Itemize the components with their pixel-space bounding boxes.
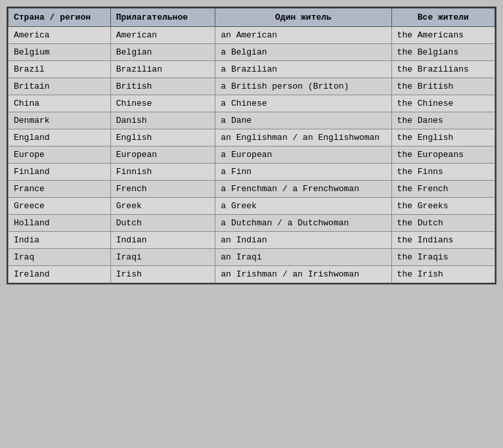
cell-row1-col1: Belgian (110, 44, 215, 61)
cell-row6-col3: the English (391, 129, 494, 146)
table-row: BrazilBraziliana Brazilianthe Brazilians (9, 61, 495, 78)
cell-row12-col2: an Indian (215, 232, 391, 249)
cell-row13-col1: Iraqi (110, 249, 215, 266)
cell-row8-col3: the Finns (391, 164, 494, 181)
table-row: IraqIraqian Iraqithe Iraqis (9, 249, 495, 266)
cell-row13-col3: the Iraqis (391, 249, 494, 266)
cell-row11-col1: Dutch (110, 215, 215, 232)
table-row: IndiaIndianan Indianthe Indians (9, 232, 495, 249)
cell-row5-col1: Danish (110, 112, 215, 129)
table-row: EuropeEuropeana Europeanthe Europeans (9, 146, 495, 164)
cell-row3-col0: Britain (9, 78, 111, 95)
table-row: EnglandEnglishan Englishman / an English… (9, 129, 495, 146)
cell-row14-col2: an Irishman / an Irishwoman (215, 266, 391, 283)
table-row: IrelandIrishan Irishman / an Irishwomant… (9, 266, 495, 283)
cell-row10-col2: a Greek (215, 198, 391, 215)
cell-row12-col0: India (9, 232, 111, 249)
table-row: HollandDutcha Dutchman / a Dutchwomanthe… (9, 215, 495, 232)
table-row: BritainBritisha British person (Briton)t… (9, 78, 495, 95)
cell-row11-col0: Holland (9, 215, 111, 232)
cell-row2-col2: a Brazilian (215, 61, 391, 78)
cell-row14-col0: Ireland (9, 266, 111, 283)
cell-row8-col1: Finnish (110, 164, 215, 181)
cell-row0-col2: an American (215, 27, 391, 44)
cell-row5-col0: Denmark (9, 112, 111, 129)
cell-row10-col0: Greece (9, 198, 111, 215)
cell-row5-col3: the Danes (391, 112, 494, 129)
cell-row9-col2: a Frenchman / a Frenchwoman (215, 181, 391, 198)
cell-row13-col2: an Iraqi (215, 249, 391, 266)
cell-row4-col3: the Chinese (391, 95, 494, 112)
cell-row12-col1: Indian (110, 232, 215, 249)
header-all-residents: Все жители (391, 9, 494, 27)
cell-row6-col2: an Englishman / an Englishwoman (215, 129, 391, 146)
cell-row3-col1: British (110, 78, 215, 95)
cell-row9-col1: French (110, 181, 215, 198)
table-row: FranceFrencha Frenchman / a Frenchwomant… (9, 181, 495, 198)
cell-row4-col1: Chinese (110, 95, 215, 112)
table-row: BelgiumBelgiana Belgianthe Belgians (9, 44, 495, 61)
cell-row6-col1: English (110, 129, 215, 146)
cell-row11-col3: the Dutch (391, 215, 494, 232)
cell-row1-col0: Belgium (9, 44, 111, 61)
table-row: ChinaChinesea Chinesethe Chinese (9, 95, 495, 112)
cell-row7-col1: European (110, 146, 215, 164)
cell-row1-col3: the Belgians (391, 44, 494, 61)
cell-row14-col3: the Irish (391, 266, 494, 283)
cell-row4-col2: a Chinese (215, 95, 391, 112)
cell-row14-col1: Irish (110, 266, 215, 283)
cell-row2-col0: Brazil (9, 61, 111, 78)
cell-row12-col3: the Indians (391, 232, 494, 249)
table-row: FinlandFinnisha Finnthe Finns (9, 164, 495, 181)
cell-row10-col1: Greek (110, 198, 215, 215)
cell-row0-col3: the Americans (391, 27, 494, 44)
table-row: GreeceGreeka Greekthe Greeks (9, 198, 495, 215)
cell-row3-col2: a British person (Briton) (215, 78, 391, 95)
nationalities-table: Страна / регион Прилагательное Один жите… (8, 8, 495, 283)
table-row: AmericaAmericanan Americanthe Americans (9, 27, 495, 44)
header-one-resident: Один житель (215, 9, 391, 27)
main-table-container: Страна / регион Прилагательное Один жите… (7, 7, 496, 284)
cell-row1-col2: a Belgian (215, 44, 391, 61)
table-row: DenmarkDanisha Danethe Danes (9, 112, 495, 129)
cell-row3-col3: the British (391, 78, 494, 95)
cell-row5-col2: a Dane (215, 112, 391, 129)
cell-row4-col0: China (9, 95, 111, 112)
cell-row2-col3: the Brazilians (391, 61, 494, 78)
cell-row6-col0: England (9, 129, 111, 146)
cell-row0-col1: American (110, 27, 215, 44)
cell-row0-col0: America (9, 27, 111, 44)
cell-row8-col2: a Finn (215, 164, 391, 181)
header-adjective: Прилагательное (110, 9, 215, 27)
cell-row7-col2: a European (215, 146, 391, 164)
cell-row7-col3: the Europeans (391, 146, 494, 164)
cell-row2-col1: Brazilian (110, 61, 215, 78)
cell-row8-col0: Finland (9, 164, 111, 181)
cell-row13-col0: Iraq (9, 249, 111, 266)
table-header-row: Страна / регион Прилагательное Один жите… (9, 9, 495, 27)
cell-row9-col3: the French (391, 181, 494, 198)
cell-row11-col2: a Dutchman / a Dutchwoman (215, 215, 391, 232)
cell-row7-col0: Europe (9, 146, 111, 164)
cell-row9-col0: France (9, 181, 111, 198)
cell-row10-col3: the Greeks (391, 198, 494, 215)
header-country: Страна / регион (9, 9, 111, 27)
